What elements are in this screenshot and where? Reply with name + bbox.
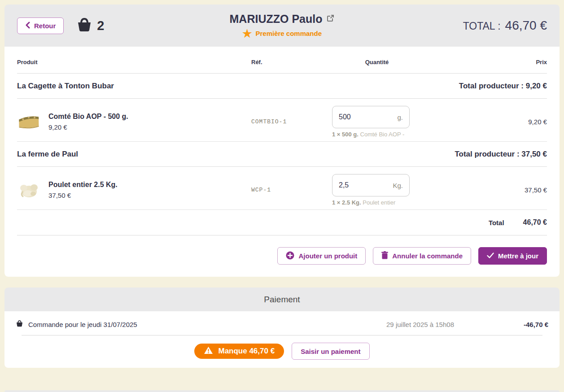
quantity-unit: g. [397,113,403,121]
quantity-hint-strong: 1 × 2.5 Kg. [332,199,361,206]
quantity-input-box[interactable]: g. [332,106,410,128]
order-total-header: TOTAL : 46,70 € [463,18,547,33]
column-header-quantity: Quantité [332,59,422,65]
enter-payment-label: Saisir un paiement [301,348,360,355]
customer-line: MARIUZZO Paulo [230,13,335,26]
product-text: Poulet entier 2.5 Kg. 37,50 € [48,181,118,199]
quantity-input[interactable] [339,181,379,189]
star-icon: ★ [242,28,252,39]
update-label: Mettre à jour [498,252,538,260]
product-text: Comté Bio AOP - 500 g. 9,20 € [48,113,128,131]
trash-icon [381,251,388,261]
product-ref: WCP-1 [251,187,332,193]
payment-amount: -46,70 € [454,321,548,328]
producer-total: Total producteur : 9,20 € [459,82,547,91]
cancel-order-label: Annuler la commande [392,252,463,260]
product-image-poulet [17,180,40,200]
quantity-cell: Kg. 1 × 2.5 Kg. Poulet entier [332,174,422,206]
back-button-label: Retour [34,22,56,30]
quantity-unit: Kg. [393,182,403,189]
next-section-edge [4,390,560,392]
product-unit-price: 37,50 € [48,192,118,199]
basket-icon [76,18,92,34]
line-total: 9,20 € [422,118,547,126]
quantity-hint: 1 × 2.5 Kg. Poulet entier [332,199,422,206]
warning-triangle-icon [204,346,213,357]
product-cell: Poulet entier 2.5 Kg. 37,50 € [17,180,251,200]
payment-row: Commande pour le jeudi 31/07/2025 29 jui… [16,311,548,335]
update-button[interactable]: Mettre à jour [478,247,547,265]
add-product-label: Ajouter un produit [298,252,357,260]
payment-actions: Manque 46,70 € Saisir un paiement [16,335,548,368]
producer-name: La Cagette à Tonton Bubar [17,82,114,91]
quantity-hint-strong: 1 × 500 g. [332,131,359,138]
first-order-label: Première commande [255,30,322,37]
payment-date: 29 juillet 2025 à 15h08 [324,321,454,328]
payment-body: Commande pour le jeudi 31/07/2025 29 jui… [4,311,560,368]
missing-amount-badge: Manque 46,70 € [194,344,284,359]
payment-title: Paiement [264,295,300,305]
plus-circle-icon [286,251,294,261]
product-name: Poulet entier 2.5 Kg. [48,181,118,189]
producer-header-row: La Cagette à Tonton Bubar Total producte… [17,74,547,99]
product-image-comte [17,112,40,132]
order-table: Produit Réf. Quantité Prix La Cagette à … [4,47,560,277]
payment-order-text: Commande pour le jeudi 31/07/2025 [28,321,137,328]
product-cell: Comté Bio AOP - 500 g. 9,20 € [17,112,251,132]
order-card: Retour 2 MARIUZZO Paulo [4,4,560,277]
payment-order-line: Commande pour le jeudi 31/07/2025 [16,320,324,328]
product-row: Poulet entier 2.5 Kg. 37,50 € WCP-1 Kg. … [17,167,547,210]
quantity-hint-light: Comté Bio AOP - [360,131,405,138]
order-header-left: Retour 2 [17,17,104,34]
missing-amount-label: Manque 46,70 € [218,347,275,356]
customer-name: MARIUZZO Paulo [230,13,323,26]
basket-count: 2 [97,18,104,33]
first-order-badge: ★ Première commande [242,28,322,39]
line-total: 37,50 € [422,186,547,194]
producer-total: Total producteur : 37,50 € [455,150,547,159]
total-label: TOTAL : [463,20,501,32]
chevron-left-icon [25,22,30,30]
external-link-icon[interactable] [327,14,334,24]
payment-header: Paiement [4,287,560,311]
quantity-hint: 1 × 500 g. Comté Bio AOP - [332,131,422,138]
basket-small-icon [16,320,23,328]
page: Retour 2 MARIUZZO Paulo [0,0,564,368]
order-total-value: 46,70 € [523,218,547,226]
product-row: Comté Bio AOP - 500 g. 9,20 € COMTBIO-1 … [17,99,547,142]
check-icon [487,252,494,260]
total-value: 46,70 € [505,18,547,33]
enter-payment-button[interactable]: Saisir un paiement [292,343,369,360]
producer-header-row: La ferme de Paul Total producteur : 37,5… [17,142,547,167]
quantity-hint-light: Poulet entier [363,199,395,206]
column-header-ref: Réf. [251,59,332,65]
order-total-label: Total [489,219,504,226]
add-product-button[interactable]: Ajouter un produit [277,247,366,265]
order-header: Retour 2 MARIUZZO Paulo [4,4,560,47]
cancel-order-button[interactable]: Annuler la commande [373,247,471,265]
producer-name: La ferme de Paul [17,150,78,159]
quantity-input[interactable] [339,113,379,121]
product-ref: COMTBIO-1 [251,118,332,125]
product-unit-price: 9,20 € [48,123,128,131]
table-header-row: Produit Réf. Quantité Prix [17,47,547,74]
column-header-product: Produit [17,59,251,65]
order-actions: Ajouter un produit Annuler la commande [17,235,547,277]
payment-card: Paiement Commande pour le jeudi 31/07/20… [4,287,560,368]
column-header-price: Prix [422,59,547,65]
basket-count-group: 2 [76,18,104,34]
quantity-input-box[interactable]: Kg. [332,174,410,196]
order-total-row: Total 46,70 € [17,210,547,235]
product-name: Comté Bio AOP - 500 g. [48,113,128,121]
back-button[interactable]: Retour [17,17,64,34]
quantity-cell: g. 1 × 500 g. Comté Bio AOP - [332,106,422,138]
